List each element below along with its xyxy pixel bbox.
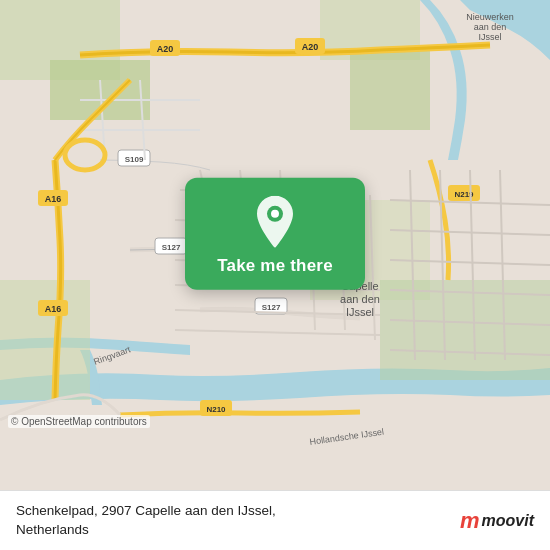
svg-text:A20: A20 (157, 44, 174, 54)
moovit-wordmark: moovit (482, 512, 534, 530)
svg-point-36 (271, 210, 279, 218)
map-attribution: © OpenStreetMap contributors (8, 415, 150, 428)
svg-text:A16: A16 (45, 304, 62, 314)
svg-text:Nieuwerken: Nieuwerken (466, 12, 514, 22)
address-line1: Schenkelpad, 2907 Capelle aan den IJssel… (16, 502, 276, 521)
svg-text:A16: A16 (45, 194, 62, 204)
moovit-m-letter: m (460, 508, 479, 534)
svg-text:S127: S127 (162, 243, 181, 252)
svg-text:aan den: aan den (474, 22, 507, 32)
svg-text:aan den: aan den (340, 293, 380, 305)
svg-text:S109: S109 (125, 155, 144, 164)
moovit-logo: m moovit (460, 508, 534, 534)
button-label: Take me there (217, 256, 333, 276)
svg-text:N210: N210 (206, 405, 226, 414)
address-container: Schenkelpad, 2907 Capelle aan den IJssel… (16, 502, 276, 540)
address-line2: Netherlands (16, 521, 276, 540)
bottom-address-bar: Schenkelpad, 2907 Capelle aan den IJssel… (0, 490, 550, 550)
svg-text:IJssel: IJssel (478, 32, 501, 42)
svg-rect-5 (0, 280, 90, 400)
location-pin-icon (253, 196, 297, 248)
svg-text:A20: A20 (302, 42, 319, 52)
svg-rect-4 (350, 50, 430, 130)
svg-text:S127: S127 (262, 303, 281, 312)
take-me-there-button[interactable]: Take me there (185, 178, 365, 290)
navigation-button-container: Take me there (185, 178, 365, 290)
map-view: A20 A20 A16 A16 S109 S127 S127 N219 N210 (0, 0, 550, 490)
svg-text:IJssel: IJssel (346, 306, 374, 318)
